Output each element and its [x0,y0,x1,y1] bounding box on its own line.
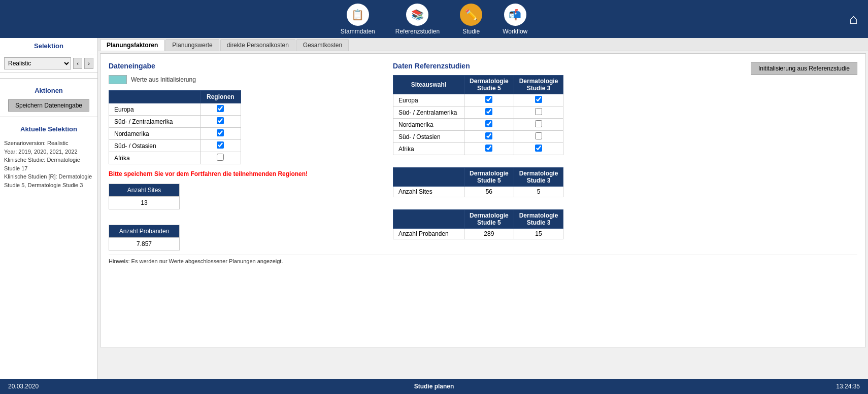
ref-region-checkbox3[interactable] [535,132,542,139]
ref-region-checkbox3[interactable] [535,145,542,152]
region-checkbox-cell[interactable] [201,140,241,152]
aktuelle-line: Szenarioversion: Realistic [4,139,93,148]
scenario-select-row: Realistic ‹ › [0,54,97,73]
region-name: Afrika [109,152,201,164]
region-name: Europa [109,103,201,116]
ref-region-checkbox5[interactable] [485,108,492,115]
footer-time: 13:24:35 [836,383,860,390]
right-column: Daten Referenzstudien Inititalisierung a… [393,62,857,250]
anzahl-probanden-value: 7.857 [109,237,179,250]
nav-item-workflow[interactable]: 📬Workflow [503,4,527,35]
ref-region-checkbox5-cell[interactable] [464,131,514,143]
referenzstudien-label: Referenzstudien [395,28,440,35]
ref-region-checkbox5-cell[interactable] [464,94,514,106]
derm5-header: DermatologieStudie 5 [464,76,514,94]
studie-label: Studie [462,28,480,35]
region-checkbox[interactable] [217,141,224,149]
ref-region-checkbox5[interactable] [485,96,492,103]
ref-region-checkbox5-cell[interactable] [464,119,514,131]
ref-region-checkbox3-cell[interactable] [514,131,563,143]
ref-region-name: Nordamerika [393,119,464,131]
ref-region-checkbox3[interactable] [535,120,542,127]
ref-region-name: Afrika [393,143,464,155]
region-name: Nordamerika [109,128,201,140]
table-row: Nordamerika [109,128,241,140]
workflow-icon: 📬 [504,4,526,26]
region-checkbox[interactable] [217,105,224,112]
aktionen-title: Aktionen [0,84,97,97]
init-label: Werte aus Initialisierung [131,76,196,83]
region-checkbox-cell[interactable] [201,128,241,140]
region-checkbox-cell[interactable] [201,116,241,128]
left-column: Dateneingabe Werte aus Initialisierung R… [109,62,373,250]
init-referenz-btn[interactable]: Inititalisierung aus Referenzstudie [751,62,857,75]
next-scenario-btn[interactable]: › [84,58,93,69]
header: 📋Stammdaten📚Referenzstudien✏️Studie📬Work… [0,0,868,38]
ref-region-checkbox5[interactable] [485,120,492,127]
table-row: Süd- / Zentralamerika [109,116,241,128]
ref-region-name: Süd- / Ostasien [393,131,464,143]
nav-bar: 📋Stammdaten📚Referenzstudien✏️Studie📬Work… [341,4,528,35]
table-row: Süd- / Ostasien [393,131,563,143]
ref-region-checkbox3-cell[interactable] [514,119,563,131]
ref-region-checkbox5-cell[interactable] [464,143,514,155]
daten-referenz-title: Daten Referenzstudien [393,62,470,70]
tab-planungswerte[interactable]: Planungswerte [165,39,219,51]
init-color-box [109,75,127,84]
footer-date: 20.03.2020 [8,383,39,390]
aktuelle-line: Klinische Studien [R]: Dermatologie Stud… [4,172,93,189]
ref-siteauswahl-table: Siteauswahl DermatologieStudie 5 Dermato… [393,75,563,155]
prev-scenario-btn[interactable]: ‹ [73,58,82,69]
aktuelle-line: Klinische Studie: Dermatologie Studie 17 [4,156,93,172]
table-row: Afrika [109,152,241,164]
studie-icon: ✏️ [460,4,482,26]
workflow-label: Workflow [503,28,527,35]
ref-probanden-row: Anzahl Probanden 289 15 [393,229,563,239]
ref-probanden-derm5-header: DermatologieStudie 5 [464,210,514,229]
ref-region-checkbox3-cell[interactable] [514,143,563,155]
selektion-title: Selektion [0,38,97,54]
ref-sites-table: DermatologieStudie 5 DermatologieStudie … [393,167,563,197]
region-checkbox[interactable] [217,117,224,124]
ref-region-checkbox3-cell[interactable] [514,94,563,106]
nav-item-stammdaten[interactable]: 📋Stammdaten [341,4,375,35]
derm3-header: DermatologieStudie 3 [514,76,563,94]
table-row: Europa [393,94,563,106]
ref-region-checkbox3[interactable] [535,108,542,115]
aktuelle-line: Year: 2019, 2020, 2021, 2022 [4,148,93,156]
ref-region-name: Süd- / Zentralamerika [393,106,464,119]
ref-sites-derm3-header: DermatologieStudie 3 [514,168,563,187]
ref-probanden-3: 15 [514,229,563,239]
ref-region-checkbox5[interactable] [485,132,492,139]
tab-gesamtkosten[interactable]: Gesamtkosten [296,39,349,51]
table-row: Europa [109,103,241,116]
ref-region-checkbox5-cell[interactable] [464,106,514,119]
table-row: Süd- / Ostasien [109,140,241,152]
ref-probanden-label: Anzahl Probanden [393,229,464,239]
ref-sites-derm5-header: DermatologieStudie 5 [464,168,514,187]
region-checkbox-cell[interactable] [201,152,241,164]
speichern-btn[interactable]: Speichern Dateneingabe [8,99,89,112]
scenario-select[interactable]: Realistic [4,57,71,69]
tab-planungsfaktoren[interactable]: Planungsfaktoren [100,39,164,51]
region-checkbox[interactable] [217,129,224,136]
ref-region-checkbox3-cell[interactable] [514,106,563,119]
ref-sites-3: 5 [514,187,563,197]
region-checkbox[interactable] [217,154,224,161]
main-content: PlanungsfaktorenPlanungswertedirekte Per… [98,38,868,379]
ref-region-checkbox3[interactable] [535,96,542,103]
nav-item-referenzstudien[interactable]: 📚Referenzstudien [395,4,440,35]
anzahl-probanden-header: Anzahl Probanden [109,225,179,237]
region-checkbox-cell[interactable] [201,103,241,116]
nav-item-studie[interactable]: ✏️Studie [460,4,482,35]
ref-region-name: Europa [393,94,464,106]
ref-probanden-table: DermatologieStudie 5 DermatologieStudie … [393,209,563,239]
table-row: Afrika [393,143,563,155]
footer: 20.03.2020 13:24:35 Studie planen [0,379,868,394]
ref-region-checkbox5[interactable] [485,145,492,152]
tabs-row: PlanungsfaktorenPlanungswertedirekte Per… [98,38,868,51]
sidebar: Selektion Realistic ‹ › Aktionen Speiche… [0,38,98,379]
stammdaten-label: Stammdaten [341,28,375,35]
home-icon[interactable]: ⌂ [849,11,858,27]
tab-direkte-personalkosten[interactable]: direkte Personalkosten [220,39,295,51]
